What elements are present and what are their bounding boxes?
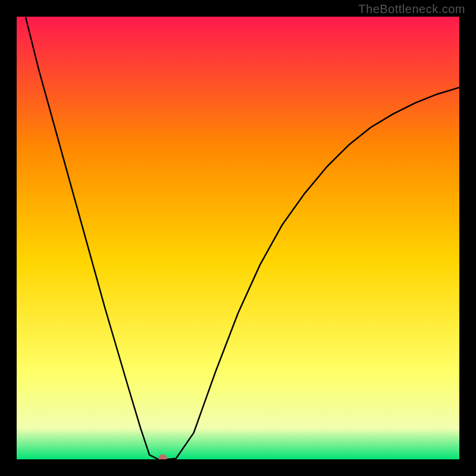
chart-background [17,17,459,459]
watermark-text: TheBottleneck.com [358,2,465,16]
plot-area [17,17,459,459]
chart-frame: TheBottleneck.com [0,0,476,476]
chart-svg [17,17,459,459]
